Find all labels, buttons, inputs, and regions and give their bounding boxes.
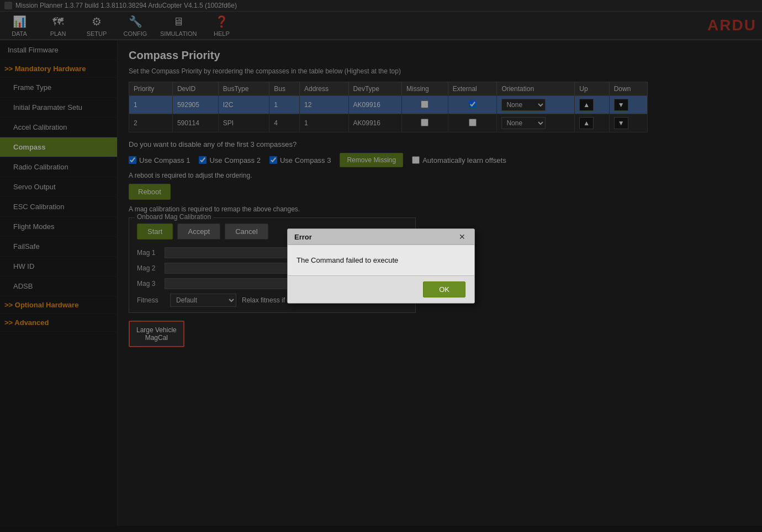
dialog-title: Error <box>294 233 312 241</box>
error-dialog: Error ✕ The Command failed to execute OK <box>287 228 475 304</box>
dialog-body: The Command failed to execute <box>288 245 474 275</box>
dialog-message: The Command failed to execute <box>297 256 398 264</box>
dialog-ok-button[interactable]: OK <box>423 281 465 297</box>
error-dialog-overlay: Error ✕ The Command failed to execute OK <box>0 0 762 532</box>
dialog-close-button[interactable]: ✕ <box>457 232 468 241</box>
dialog-footer: OK <box>288 275 474 303</box>
dialog-header: Error ✕ <box>288 229 474 245</box>
